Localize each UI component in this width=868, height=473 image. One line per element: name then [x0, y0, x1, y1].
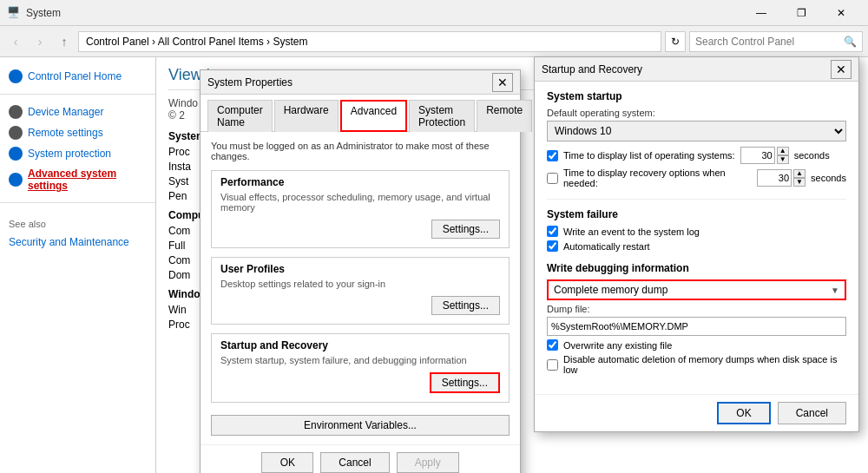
sidebar-item-advanced-system-settings[interactable]: Advanced system settings: [0, 164, 155, 195]
startup-recovery-footer: OK Cancel: [535, 394, 858, 431]
display-list-checkbox[interactable]: [547, 150, 558, 161]
startup-recovery-cancel-btn[interactable]: Cancel: [778, 402, 846, 424]
startup-recovery-desc: System startup, system failure, and debu…: [220, 355, 500, 365]
tab-advanced[interactable]: Advanced: [340, 100, 407, 132]
disable-auto-row: Disable automatic deletion of memory dum…: [547, 354, 846, 375]
minimize-button[interactable]: —: [741, 0, 781, 26]
recovery-options-spin-up[interactable]: ▲: [793, 169, 806, 178]
tab-hardware[interactable]: Hardware: [274, 100, 339, 132]
dropdown-arrow-icon: ▼: [831, 286, 839, 295]
default-os-select[interactable]: Windows 10: [547, 121, 846, 141]
display-list-spin-down[interactable]: ▼: [777, 155, 789, 164]
recovery-options-spinbox: ▲ ▼: [757, 169, 806, 187]
app-icon: 🖥️: [7, 6, 21, 20]
display-list-spin-up[interactable]: ▲: [777, 147, 789, 155]
sidebar-item-device-manager[interactable]: Device Manager: [0, 102, 155, 122]
performance-label: Performance: [220, 176, 500, 188]
system-failure-title: System failure: [547, 208, 846, 220]
address-path: Control Panel › All Control Panel Items …: [86, 36, 307, 48]
debugging-title: Write debugging information: [547, 262, 846, 274]
startup-recovery-section: Startup and Recovery System startup, sys…: [211, 333, 510, 403]
sidebar-item-system-protection[interactable]: System protection: [0, 143, 155, 164]
sidebar-link-label: Remote settings: [28, 127, 103, 139]
sidebar-divider-2: [0, 202, 155, 203]
startup-recovery-body: System startup Default operating system:…: [535, 82, 858, 394]
recovery-options-input[interactable]: [757, 169, 792, 187]
system-props-titlebar: System Properties ✕: [201, 70, 520, 95]
system-properties-dialog: System Properties ✕ Computer Name Hardwa…: [200, 69, 521, 473]
sidebar-home-label: Control Panel Home: [28, 70, 122, 82]
write-event-label: Write an event to the system log: [563, 227, 700, 237]
auto-restart-label: Automatically restart: [563, 241, 650, 252]
window-controls: — ❐ ✕: [741, 0, 861, 26]
forward-button[interactable]: ›: [30, 31, 50, 52]
write-event-checkbox[interactable]: [547, 226, 558, 237]
system-props-title: System Properties: [207, 76, 492, 89]
user-profiles-label: User Profiles: [220, 263, 500, 275]
recovery-options-checkbox[interactable]: [547, 173, 558, 184]
default-os-label: Default operating system:: [547, 108, 846, 118]
sidebar-link-label: Advanced system settings: [28, 168, 147, 192]
display-list-spin-btns: ▲ ▼: [777, 147, 789, 164]
remote-settings-icon: [9, 126, 23, 140]
advanced-settings-icon: [9, 173, 23, 187]
startup-recovery-settings-btn[interactable]: Settings...: [430, 372, 500, 393]
tab-remote[interactable]: Remote: [477, 100, 532, 132]
startup-recovery-ok-btn[interactable]: OK: [717, 402, 770, 424]
address-box[interactable]: Control Panel › All Control Panel Items …: [78, 31, 661, 52]
system-props-apply-btn[interactable]: Apply: [397, 452, 459, 473]
performance-settings-btn[interactable]: Settings...: [431, 220, 500, 239]
startup-recovery-close-btn[interactable]: ✕: [831, 60, 852, 79]
system-props-ok-btn[interactable]: OK: [261, 452, 313, 473]
display-list-unit: seconds: [794, 150, 830, 161]
tab-computer-name[interactable]: Computer Name: [207, 100, 273, 132]
overwrite-checkbox[interactable]: [547, 339, 558, 351]
recovery-options-row: Time to display recovery options when ne…: [547, 168, 846, 188]
system-props-close[interactable]: ✕: [492, 73, 513, 92]
dump-file-label: Dump file:: [547, 304, 846, 314]
system-startup-section: System startup Default operating system:…: [547, 90, 846, 188]
search-input[interactable]: [695, 36, 840, 48]
system-props-tabs: Computer Name Hardware Advanced System P…: [201, 95, 520, 132]
performance-section: Performance Visual effects, processor sc…: [211, 170, 510, 248]
back-button[interactable]: ‹: [5, 31, 26, 52]
maximize-button[interactable]: ❐: [781, 0, 821, 26]
section-divider: [547, 199, 846, 200]
display-list-input[interactable]: [740, 147, 775, 164]
performance-desc: Visual effects, processor scheduling, me…: [220, 192, 500, 213]
memory-dump-dropdown[interactable]: Complete memory dump ▼: [547, 279, 846, 300]
system-failure-section: System failure Write an event to the sys…: [547, 208, 846, 252]
up-button[interactable]: ↑: [54, 31, 75, 52]
sidebar-item-security[interactable]: Security and Maintenance: [0, 233, 155, 252]
auto-restart-checkbox[interactable]: [547, 240, 558, 252]
refresh-button[interactable]: ↻: [665, 31, 686, 52]
recovery-options-label: Time to display recovery options when ne…: [563, 168, 752, 188]
write-event-row: Write an event to the system log: [547, 226, 846, 237]
display-list-label: Time to display list of operating system…: [563, 150, 735, 161]
tab-system-protection[interactable]: System Protection: [409, 100, 475, 132]
startup-recovery-label: Startup and Recovery: [220, 339, 500, 351]
dump-file-input[interactable]: [547, 317, 846, 336]
disable-auto-checkbox[interactable]: [547, 359, 558, 371]
sidebar-link-label: Device Manager: [28, 106, 103, 118]
recovery-options-spin-down[interactable]: ▼: [793, 178, 806, 187]
address-bar: ‹ › ↑ Control Panel › All Control Panel …: [0, 26, 868, 57]
close-button[interactable]: ✕: [821, 0, 861, 26]
auto-restart-row: Automatically restart: [547, 240, 846, 252]
sidebar-item-home[interactable]: Control Panel Home: [0, 66, 155, 87]
display-list-row: Time to display list of operating system…: [547, 147, 846, 164]
recovery-options-spin-btns: ▲ ▼: [793, 169, 806, 187]
home-icon: [9, 69, 23, 83]
system-props-body: You must be logged on as an Administrato…: [201, 132, 520, 444]
system-props-cancel-btn[interactable]: Cancel: [320, 452, 389, 473]
disable-auto-label: Disable automatic deletion of memory dum…: [563, 354, 846, 375]
sidebar-item-remote-settings[interactable]: Remote settings: [0, 122, 155, 143]
user-profiles-settings-btn[interactable]: Settings...: [431, 296, 500, 315]
environment-variables-btn[interactable]: Environment Variables...: [211, 415, 510, 436]
security-label: Security and Maintenance: [9, 236, 129, 248]
system-startup-title: System startup: [547, 90, 846, 102]
user-profiles-desc: Desktop settings related to your sign-in: [220, 279, 500, 289]
startup-recovery-dialog-title: Startup and Recovery: [542, 63, 831, 76]
admin-note: You must be logged on as an Administrato…: [211, 141, 510, 161]
search-box[interactable]: 🔍: [689, 31, 863, 52]
